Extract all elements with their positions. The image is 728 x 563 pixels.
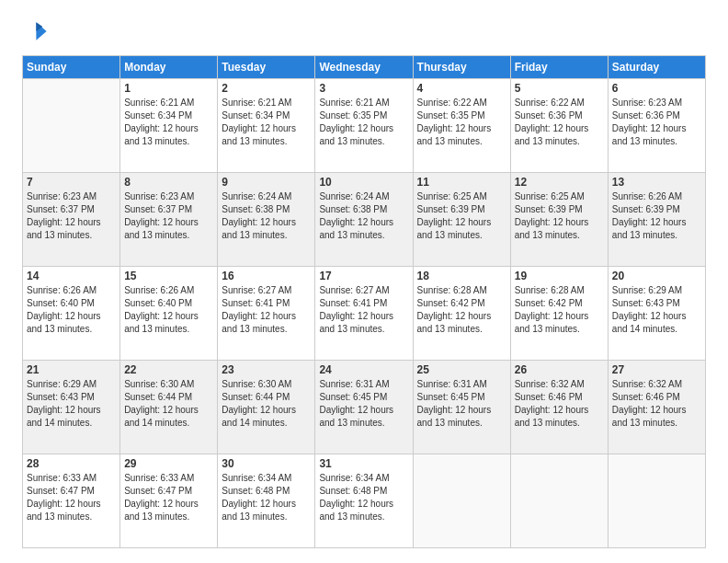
day-number: 7 xyxy=(27,176,116,189)
calendar-day-cell: 2Sunrise: 6:21 AM Sunset: 6:34 PM Daylig… xyxy=(218,79,315,173)
day-info: Sunrise: 6:26 AM Sunset: 6:39 PM Dayligh… xyxy=(612,190,701,242)
calendar-day-cell xyxy=(608,454,705,548)
day-info: Sunrise: 6:25 AM Sunset: 6:39 PM Dayligh… xyxy=(417,190,506,242)
calendar-day-cell: 14Sunrise: 6:26 AM Sunset: 6:40 PM Dayli… xyxy=(23,267,120,361)
day-info: Sunrise: 6:29 AM Sunset: 6:43 PM Dayligh… xyxy=(27,378,116,430)
calendar-header-monday: Monday xyxy=(120,56,218,79)
day-number: 25 xyxy=(417,363,506,376)
day-number: 21 xyxy=(27,363,116,376)
calendar-day-cell: 30Sunrise: 6:34 AM Sunset: 6:48 PM Dayli… xyxy=(218,454,315,548)
day-number: 12 xyxy=(515,176,604,189)
day-info: Sunrise: 6:34 AM Sunset: 6:48 PM Dayligh… xyxy=(222,472,311,523)
calendar-day-cell: 22Sunrise: 6:30 AM Sunset: 6:44 PM Dayli… xyxy=(120,361,218,454)
day-info: Sunrise: 6:24 AM Sunset: 6:38 PM Dayligh… xyxy=(319,190,408,242)
day-number: 6 xyxy=(612,82,701,95)
calendar-header-tuesday: Tuesday xyxy=(218,56,315,79)
day-number: 23 xyxy=(222,363,311,376)
calendar-header-saturday: Saturday xyxy=(608,56,705,79)
calendar-day-cell xyxy=(23,79,120,173)
day-info: Sunrise: 6:33 AM Sunset: 6:47 PM Dayligh… xyxy=(27,472,116,523)
calendar-day-cell: 10Sunrise: 6:24 AM Sunset: 6:38 PM Dayli… xyxy=(315,173,413,267)
day-number: 1 xyxy=(124,82,213,95)
day-number: 18 xyxy=(417,270,506,282)
calendar-day-cell: 9Sunrise: 6:24 AM Sunset: 6:38 PM Daylig… xyxy=(218,173,315,267)
calendar-day-cell: 19Sunrise: 6:28 AM Sunset: 6:42 PM Dayli… xyxy=(510,267,608,361)
day-info: Sunrise: 6:29 AM Sunset: 6:43 PM Dayligh… xyxy=(612,284,701,336)
calendar-day-cell: 8Sunrise: 6:23 AM Sunset: 6:37 PM Daylig… xyxy=(120,173,218,267)
day-number: 20 xyxy=(612,270,701,282)
day-info: Sunrise: 6:31 AM Sunset: 6:45 PM Dayligh… xyxy=(417,378,506,430)
calendar-day-cell: 3Sunrise: 6:21 AM Sunset: 6:35 PM Daylig… xyxy=(315,79,413,173)
calendar: SundayMondayTuesdayWednesdayThursdayFrid… xyxy=(22,55,706,548)
calendar-day-cell: 11Sunrise: 6:25 AM Sunset: 6:39 PM Dayli… xyxy=(413,173,510,267)
calendar-day-cell: 28Sunrise: 6:33 AM Sunset: 6:47 PM Dayli… xyxy=(23,454,120,548)
day-number: 4 xyxy=(417,82,506,95)
day-number: 19 xyxy=(515,270,604,282)
calendar-day-cell: 20Sunrise: 6:29 AM Sunset: 6:43 PM Dayli… xyxy=(608,267,705,361)
calendar-day-cell: 24Sunrise: 6:31 AM Sunset: 6:45 PM Dayli… xyxy=(315,361,413,454)
calendar-day-cell xyxy=(413,454,510,548)
day-info: Sunrise: 6:23 AM Sunset: 6:37 PM Dayligh… xyxy=(124,190,213,242)
logo xyxy=(22,18,51,44)
day-info: Sunrise: 6:21 AM Sunset: 6:34 PM Dayligh… xyxy=(222,97,311,148)
day-info: Sunrise: 6:23 AM Sunset: 6:36 PM Dayligh… xyxy=(612,97,701,148)
calendar-day-cell: 23Sunrise: 6:30 AM Sunset: 6:44 PM Dayli… xyxy=(218,361,315,454)
day-number: 22 xyxy=(124,363,213,376)
calendar-day-cell: 27Sunrise: 6:32 AM Sunset: 6:46 PM Dayli… xyxy=(608,361,705,454)
day-number: 8 xyxy=(124,176,213,189)
day-number: 17 xyxy=(319,270,408,282)
day-info: Sunrise: 6:26 AM Sunset: 6:40 PM Dayligh… xyxy=(27,284,116,336)
day-number: 14 xyxy=(27,270,116,282)
calendar-week-row: 1Sunrise: 6:21 AM Sunset: 6:34 PM Daylig… xyxy=(23,79,706,173)
day-info: Sunrise: 6:21 AM Sunset: 6:34 PM Dayligh… xyxy=(124,97,213,148)
calendar-week-row: 14Sunrise: 6:26 AM Sunset: 6:40 PM Dayli… xyxy=(23,267,706,361)
calendar-day-cell: 29Sunrise: 6:33 AM Sunset: 6:47 PM Dayli… xyxy=(120,454,218,548)
day-number: 16 xyxy=(222,270,311,282)
day-info: Sunrise: 6:32 AM Sunset: 6:46 PM Dayligh… xyxy=(612,378,701,430)
day-info: Sunrise: 6:27 AM Sunset: 6:41 PM Dayligh… xyxy=(222,284,311,336)
day-number: 11 xyxy=(417,176,506,189)
day-number: 28 xyxy=(27,457,116,470)
page: SundayMondayTuesdayWednesdayThursdayFrid… xyxy=(0,0,728,563)
day-info: Sunrise: 6:25 AM Sunset: 6:39 PM Dayligh… xyxy=(515,190,604,242)
calendar-header-sunday: Sunday xyxy=(23,56,120,79)
day-info: Sunrise: 6:22 AM Sunset: 6:36 PM Dayligh… xyxy=(515,97,604,148)
calendar-day-cell: 18Sunrise: 6:28 AM Sunset: 6:42 PM Dayli… xyxy=(413,267,510,361)
calendar-header-thursday: Thursday xyxy=(413,56,510,79)
day-number: 9 xyxy=(222,176,311,189)
calendar-day-cell: 25Sunrise: 6:31 AM Sunset: 6:45 PM Dayli… xyxy=(413,361,510,454)
day-number: 31 xyxy=(319,457,408,470)
day-number: 13 xyxy=(612,176,701,189)
calendar-day-cell: 21Sunrise: 6:29 AM Sunset: 6:43 PM Dayli… xyxy=(23,361,120,454)
logo-icon xyxy=(22,18,48,44)
day-number: 30 xyxy=(222,457,311,470)
calendar-day-cell: 13Sunrise: 6:26 AM Sunset: 6:39 PM Dayli… xyxy=(608,173,705,267)
calendar-day-cell: 31Sunrise: 6:34 AM Sunset: 6:48 PM Dayli… xyxy=(315,454,413,548)
calendar-header-row: SundayMondayTuesdayWednesdayThursdayFrid… xyxy=(23,56,706,79)
calendar-day-cell: 5Sunrise: 6:22 AM Sunset: 6:36 PM Daylig… xyxy=(510,79,608,173)
day-number: 3 xyxy=(319,82,408,95)
calendar-day-cell: 12Sunrise: 6:25 AM Sunset: 6:39 PM Dayli… xyxy=(510,173,608,267)
day-number: 2 xyxy=(222,82,311,95)
day-info: Sunrise: 6:26 AM Sunset: 6:40 PM Dayligh… xyxy=(124,284,213,336)
day-number: 24 xyxy=(319,363,408,376)
day-info: Sunrise: 6:31 AM Sunset: 6:45 PM Dayligh… xyxy=(319,378,408,430)
header xyxy=(22,18,706,44)
day-info: Sunrise: 6:34 AM Sunset: 6:48 PM Dayligh… xyxy=(319,472,408,523)
calendar-day-cell: 17Sunrise: 6:27 AM Sunset: 6:41 PM Dayli… xyxy=(315,267,413,361)
day-number: 27 xyxy=(612,363,701,376)
day-number: 29 xyxy=(124,457,213,470)
calendar-week-row: 28Sunrise: 6:33 AM Sunset: 6:47 PM Dayli… xyxy=(23,454,706,548)
calendar-week-row: 7Sunrise: 6:23 AM Sunset: 6:37 PM Daylig… xyxy=(23,173,706,267)
day-info: Sunrise: 6:21 AM Sunset: 6:35 PM Dayligh… xyxy=(319,97,408,148)
day-info: Sunrise: 6:32 AM Sunset: 6:46 PM Dayligh… xyxy=(515,378,604,430)
day-info: Sunrise: 6:23 AM Sunset: 6:37 PM Dayligh… xyxy=(27,190,116,242)
day-info: Sunrise: 6:22 AM Sunset: 6:35 PM Dayligh… xyxy=(417,97,506,148)
day-info: Sunrise: 6:24 AM Sunset: 6:38 PM Dayligh… xyxy=(222,190,311,242)
day-number: 5 xyxy=(515,82,604,95)
calendar-day-cell: 16Sunrise: 6:27 AM Sunset: 6:41 PM Dayli… xyxy=(218,267,315,361)
day-info: Sunrise: 6:28 AM Sunset: 6:42 PM Dayligh… xyxy=(515,284,604,336)
calendar-day-cell xyxy=(510,454,608,548)
calendar-day-cell: 4Sunrise: 6:22 AM Sunset: 6:35 PM Daylig… xyxy=(413,79,510,173)
calendar-week-row: 21Sunrise: 6:29 AM Sunset: 6:43 PM Dayli… xyxy=(23,361,706,454)
